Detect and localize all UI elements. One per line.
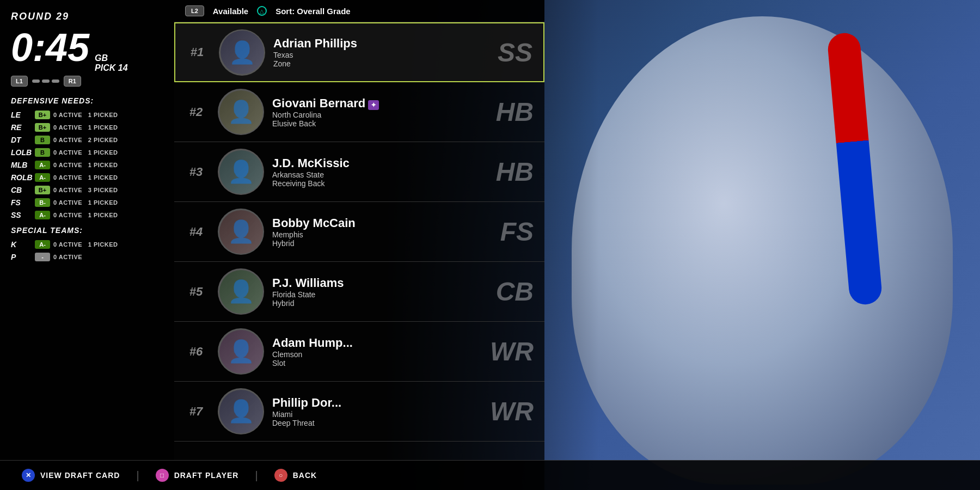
pick-number: #3: [182, 165, 210, 179]
pick-number: #4: [182, 225, 210, 239]
special-row-k: K A- 0 ACTIVE 1 PICKED: [11, 240, 163, 249]
player-archetype: Zone: [273, 59, 535, 68]
avatar-circle: 👤: [219, 150, 263, 194]
needs-row-dt: DT B 0 ACTIVE 2 PICKED: [11, 136, 163, 144]
need-stats: 0 ACTIVE 2 PICKED: [53, 137, 118, 143]
player-silhouette-icon: 👤: [228, 159, 255, 185]
pick-number: #6: [182, 345, 210, 359]
action-button-label: VIEW DRAFT CARD: [40, 471, 120, 480]
position-label: RE: [11, 123, 32, 132]
needs-row-mlb: MLB A- 0 ACTIVE 1 PICKED: [11, 161, 163, 169]
r1-button[interactable]: R1: [64, 76, 81, 87]
top-bar: L2 Available △ Sort: Overall Grade: [174, 0, 544, 22]
need-stats: 0 ACTIVE 3 PICKED: [53, 187, 118, 193]
players-list: #1 👤 Adrian Phillips Texas Zone SS #2 👤 …: [174, 22, 544, 442]
bottom-bar: ✕ VIEW DRAFT CARD | □ DRAFT PLAYER | ○ B…: [0, 460, 980, 490]
position-label: LOLB: [11, 148, 32, 157]
position-label: CB: [11, 186, 32, 194]
action-button-icon[interactable]: ○: [274, 469, 287, 482]
player-row[interactable]: #4 👤 Bobby McCain Memphis Hybrid FS: [174, 202, 544, 262]
timer-row: 0:45 GB PICK 14: [11, 28, 163, 73]
player-avatar: 👤: [219, 29, 265, 76]
needs-row-le: LE B+ 0 ACTIVE 1 PICKED: [11, 111, 163, 119]
grade-badge: A-: [35, 240, 50, 249]
position-label: MLB: [11, 161, 32, 169]
needs-row-re: RE B+ 0 ACTIVE 1 PICKED: [11, 123, 163, 132]
player-row[interactable]: #3 👤 J.D. McKissic Arkansas State Receiv…: [174, 142, 544, 202]
action-button-icon[interactable]: ✕: [22, 469, 35, 482]
left-panel: ROUND 29 0:45 GB PICK 14 L1 R1 DEFENSIVE…: [0, 0, 174, 490]
player-avatar: 👤: [218, 209, 264, 255]
player-row[interactable]: #1 👤 Adrian Phillips Texas Zone SS: [174, 22, 544, 82]
avatar-circle: 👤: [219, 330, 263, 373]
dot-1: [32, 79, 40, 83]
position-label: FS: [11, 198, 32, 207]
bottom-action-draft-player[interactable]: □ DRAFT PLAYER: [156, 469, 239, 482]
player-row[interactable]: #7 👤 Phillip Dor... Miami Deep Threat WR: [174, 382, 544, 442]
player-row[interactable]: #5 👤 P.J. Williams Florida State Hybrid …: [174, 262, 544, 322]
player-row[interactable]: #6 👤 Adam Hump... Clemson Slot WR: [174, 322, 544, 382]
need-stats: 0 ACTIVE 1 PICKED: [53, 212, 118, 218]
need-stats: 0 ACTIVE 1 PICKED: [53, 124, 118, 131]
position-badge: WR: [490, 396, 534, 426]
draft-list-panel: L2 Available △ Sort: Overall Grade #1 👤 …: [174, 0, 544, 490]
action-button-icon[interactable]: □: [156, 469, 169, 482]
need-stats: 0 ACTIVE 1 PICKED: [53, 112, 118, 118]
player-silhouette-icon: 👤: [228, 279, 255, 304]
dot-2: [42, 79, 50, 83]
l2-button[interactable]: L2: [185, 5, 204, 16]
pick-number: #1: [183, 45, 211, 59]
player-avatar: 👤: [218, 328, 264, 375]
position-label: DT: [11, 136, 32, 144]
triangle-button[interactable]: △: [257, 6, 267, 16]
avatar-circle: 👤: [219, 390, 263, 433]
need-stats: 0 ACTIVE 1 PICKED: [53, 149, 118, 156]
bumper-controls: L1 R1: [11, 76, 163, 87]
needs-row-rolb: ROLB A- 0 ACTIVE 1 PICKED: [11, 173, 163, 182]
player-silhouette-icon: 👤: [228, 99, 255, 125]
pick-number: #7: [182, 405, 210, 419]
grade-badge: B+: [35, 186, 50, 194]
player-name: Adrian Phillips: [273, 36, 535, 51]
need-stats: 0 ACTIVE: [53, 254, 86, 260]
grade-badge: -: [35, 253, 50, 261]
grade-badge: B+: [35, 111, 50, 119]
position-label: LE: [11, 111, 32, 119]
need-stats: 0 ACTIVE 1 PICKED: [53, 241, 118, 248]
player-school: Texas: [273, 51, 535, 59]
l1-button[interactable]: L1: [11, 76, 28, 87]
need-stats: 0 ACTIVE 1 PICKED: [53, 174, 118, 181]
position-label: K: [11, 240, 32, 249]
player-silhouette-icon: 👤: [228, 339, 255, 364]
need-stats: 0 ACTIVE 1 PICKED: [53, 162, 118, 168]
player-row[interactable]: #2 👤 Giovani Bernard✦ North Carolina Elu…: [174, 82, 544, 142]
grade-badge: A-: [35, 161, 50, 169]
position-badge: FS: [500, 217, 534, 247]
avatar-circle: 👤: [219, 210, 263, 254]
special-row-p: P - 0 ACTIVE: [11, 253, 163, 261]
position-badge: CB: [496, 277, 534, 307]
position-badge: HB: [496, 157, 534, 187]
grade-badge: A-: [35, 173, 50, 182]
needs-row-cb: CB B+ 0 ACTIVE 3 PICKED: [11, 186, 163, 194]
divider: |: [136, 469, 139, 482]
needs-list: LE B+ 0 ACTIVE 1 PICKED RE B+ 0 ACTIVE 1…: [11, 111, 163, 219]
player-info: Adrian Phillips Texas Zone: [273, 36, 535, 68]
bottom-action-back[interactable]: ○ BACK: [274, 469, 317, 482]
player-archetype: Hybrid: [272, 239, 536, 248]
grade-badge: B+: [35, 123, 50, 132]
pick-number: #2: [182, 105, 210, 119]
pick-label: PICK 14: [95, 63, 127, 73]
player-info: Bobby McCain Memphis Hybrid: [272, 216, 536, 248]
position-badge: WR: [490, 336, 534, 366]
player-silhouette-icon: 👤: [229, 40, 256, 65]
pick-number: #5: [182, 285, 210, 299]
helmet-decoration: [572, 16, 953, 485]
bottom-action-view-draft-card[interactable]: ✕ VIEW DRAFT CARD: [22, 469, 120, 482]
grade-badge: A-: [35, 211, 50, 219]
action-button-label: BACK: [293, 471, 317, 480]
special-badge: ✦: [368, 100, 379, 110]
player-avatar: 👤: [218, 149, 264, 195]
defensive-needs-title: DEFENSIVE NEEDS:: [11, 96, 163, 105]
position-label: SS: [11, 211, 32, 219]
